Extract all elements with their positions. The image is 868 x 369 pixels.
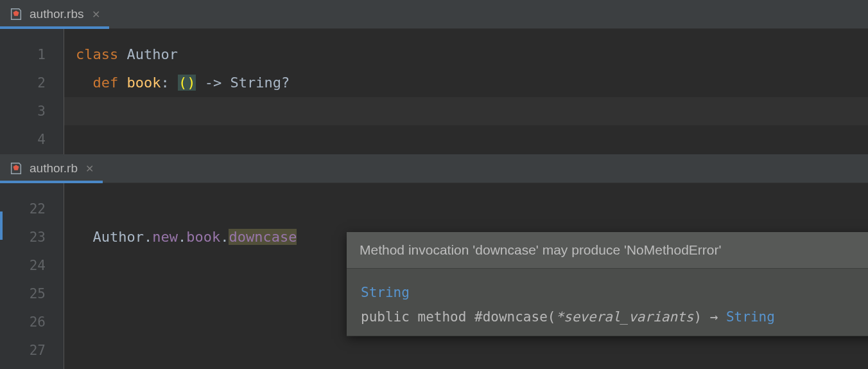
current-line-highlight [64, 97, 868, 125]
colon: : [161, 75, 169, 91]
code-editor-bottom[interactable]: 22 23 24 25 26 27 28 Author.new.book.dow… [0, 183, 868, 369]
code-editor-top[interactable]: 1 2 3 4 class Author def book: () -> Str… [0, 29, 868, 154]
dot-op: . [144, 229, 152, 245]
hint-header: Method invocation 'downcase' may produce… [347, 232, 868, 269]
return-type: String [230, 75, 281, 91]
ruby-type-file-icon [9, 7, 23, 21]
close-icon[interactable]: ✕ [84, 163, 95, 175]
line-number: 2 [0, 69, 64, 97]
matched-parentheses: () [178, 75, 196, 91]
tab-author-rbs[interactable]: author.rbs ✕ [0, 0, 109, 28]
keyword-def: def [93, 75, 119, 91]
code-area-top[interactable]: class Author def book: () -> String? end [64, 29, 868, 154]
line-number: 24 [0, 251, 64, 280]
tab-author-rb[interactable]: author.rb ✕ [0, 154, 103, 183]
hint-title: Method invocation 'downcase' may produce… [360, 242, 722, 258]
caret-line-marker [0, 212, 3, 240]
code-area-bottom[interactable]: Author.new.book.downcase Method invocati… [64, 183, 868, 369]
line-number: 4 [0, 125, 64, 154]
identifier-new: new [152, 229, 178, 245]
line-number: 1 [0, 40, 64, 69]
tab-label: author.rbs [30, 7, 84, 21]
line-gutter-top: 1 2 3 4 [0, 29, 64, 154]
keyword-class: class [76, 46, 118, 62]
line-number: 22 [0, 195, 64, 223]
method-name: book [127, 75, 161, 91]
code-line[interactable]: class Author [64, 40, 868, 69]
tab-label: author.rb [30, 161, 78, 176]
close-icon[interactable]: ✕ [91, 8, 101, 21]
optional-qmark: ? [281, 75, 290, 91]
hint-documentation: String public method #downcase(*several_… [347, 269, 868, 336]
tab-bar-top: author.rbs ✕ [0, 0, 868, 29]
code-line[interactable] [64, 336, 868, 364]
code-line[interactable] [64, 195, 868, 223]
identifier-book: book [186, 229, 220, 245]
doc-sig-suffix: ) [693, 309, 709, 325]
class-name: Author [126, 46, 177, 62]
line-number: 3 [0, 97, 64, 125]
identifier-downcase-warning: downcase [229, 229, 297, 245]
inspection-hint-popup: Method invocation 'downcase' may produce… [347, 232, 868, 336]
dot-op: . [178, 229, 186, 245]
identifier-class: Author [93, 229, 144, 245]
line-number: 25 [0, 280, 64, 308]
doc-arrow: → [710, 309, 718, 325]
line-number: 28 [0, 364, 64, 369]
line-number: 26 [0, 308, 64, 336]
arrow-op: -> [205, 75, 222, 91]
editor-pane-top: author.rbs ✕ 1 2 3 4 class Author def bo… [0, 0, 868, 154]
doc-return-link[interactable]: String [718, 309, 775, 325]
editor-pane-bottom: author.rb ✕ 22 23 24 25 26 27 28 Author.… [0, 154, 868, 369]
line-gutter-bottom: 22 23 24 25 26 27 28 [0, 183, 64, 369]
doc-type-link[interactable]: String [361, 285, 410, 300]
tab-bar-bottom: author.rb ✕ [0, 154, 868, 183]
dot-op: . [220, 229, 229, 245]
ruby-file-icon [9, 161, 23, 176]
code-line[interactable]: def book: () -> String? [64, 69, 868, 97]
code-line[interactable] [64, 125, 868, 154]
doc-sig-args: *several_variants [555, 309, 693, 325]
line-number: 23 [0, 223, 64, 251]
line-number: 27 [0, 336, 64, 364]
doc-sig-prefix: public method #downcase( [361, 309, 555, 325]
